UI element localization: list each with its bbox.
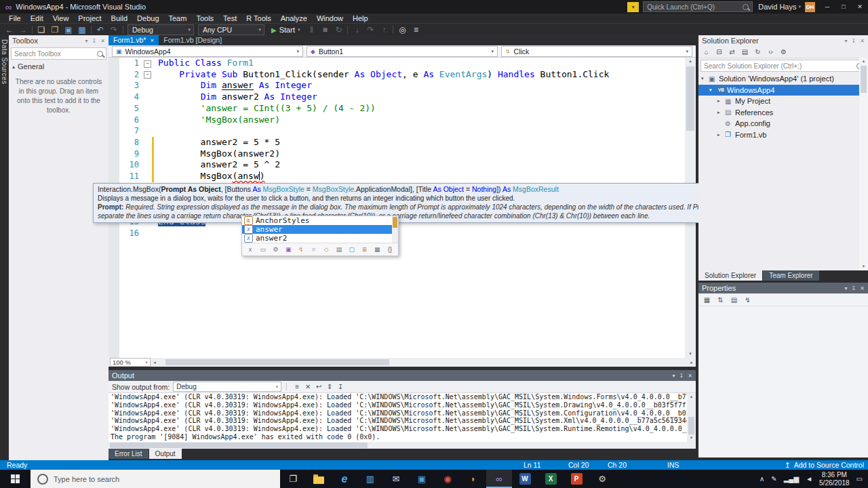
redo-icon[interactable]: ↷: [107, 24, 121, 36]
solution-explorer-scrollbar[interactable]: ▲ ▼: [859, 58, 868, 270]
menu-item-help[interactable]: Help: [348, 14, 373, 23]
close-icon[interactable]: ✕: [150, 35, 154, 45]
photos-icon[interactable]: ▣: [409, 470, 435, 488]
event-dropdown[interactable]: ↯ Click ▾: [501, 46, 692, 57]
tab-form1-vb[interactable]: Form1.vb* ✕: [108, 35, 159, 45]
code-line[interactable]: Public Class Form1: [158, 58, 254, 69]
menu-item-window[interactable]: Window: [312, 14, 348, 23]
tree-item-references[interactable]: ▸▤References: [698, 107, 868, 119]
close-icon[interactable]: ✕: [100, 38, 105, 44]
pin-icon[interactable]: ↧: [679, 373, 684, 379]
solution-platforms-dropdown[interactable]: Any CPU▾: [198, 24, 264, 35]
chrome-icon[interactable]: ◉: [435, 470, 460, 488]
action-center-icon[interactable]: ▭: [856, 475, 863, 483]
scrollbar-thumb[interactable]: [688, 417, 694, 434]
tree-item-project-windowsapp4[interactable]: ▾VBWindowsApp4: [698, 85, 868, 96]
expander-icon[interactable]: ▾: [709, 87, 717, 93]
network-icon[interactable]: ▂▄▆: [784, 475, 799, 483]
filter-classes-icon[interactable]: ◇: [321, 246, 331, 253]
tree-item-form1-vb[interactable]: ▸❐Form1.vb: [698, 129, 868, 141]
step-into-icon[interactable]: ↓: [350, 24, 363, 36]
collapse-all-icon[interactable]: ⊟: [713, 48, 725, 56]
mail-icon[interactable]: ✉: [383, 470, 409, 488]
visual-studio-icon[interactable]: ∞: [486, 470, 512, 488]
filter-constants-icon[interactable]: ▭: [258, 246, 268, 253]
close-icon[interactable]: ✕: [860, 285, 865, 291]
project-dropdown[interactable]: ▣ WindowsApp4 ▾: [112, 46, 303, 57]
menu-item-debug[interactable]: Debug: [132, 14, 163, 23]
filter-events-icon[interactable]: ↯: [296, 246, 306, 253]
menu-item-edit[interactable]: Edit: [26, 14, 48, 23]
step-over-icon[interactable]: ↷: [363, 24, 377, 36]
scrollbar-thumb[interactable]: [686, 66, 694, 131]
microsoft-edge-icon[interactable]: e: [332, 470, 357, 488]
file-explorer-icon[interactable]: [306, 470, 332, 488]
scroll-up-icon[interactable]: ▲: [685, 58, 696, 65]
messages-icon[interactable]: ≡: [292, 383, 302, 390]
completion-scrollbar[interactable]: [392, 216, 398, 243]
output-vertical-scrollbar[interactable]: ▲ ▼: [687, 393, 696, 442]
user-avatar[interactable]: DH: [805, 2, 815, 12]
tree-item-my-project[interactable]: ▸▦My Project: [698, 96, 868, 107]
start-debugging-button[interactable]: ▶Start▾: [267, 24, 304, 35]
open-file-icon[interactable]: ❐: [48, 24, 62, 36]
tab-form1-vb-design[interactable]: Form1.vb [Design]: [159, 35, 226, 45]
menu-item-test[interactable]: Test: [218, 14, 241, 23]
pin-icon[interactable]: ↧: [852, 38, 856, 44]
taskbar-search-input[interactable]: Type here to search: [31, 470, 280, 488]
code-line[interactable]: Dim answer2 As Integer: [158, 92, 317, 103]
scroll-left-icon[interactable]: ◂: [151, 360, 159, 365]
navigate-backward-icon[interactable]: ←: [3, 24, 16, 36]
alphabetical-icon[interactable]: ⇅: [715, 296, 726, 304]
break-all-icon[interactable]: ‖: [304, 24, 318, 36]
clear-all-icon[interactable]: ✕: [302, 383, 313, 390]
solution-explorer-header[interactable]: Solution Explorer ▾ ↧ ✕: [698, 35, 868, 46]
scroll-down-icon[interactable]: ▼: [685, 350, 696, 358]
window-position-icon[interactable]: ▾: [845, 285, 848, 291]
scrollbar-track[interactable]: [159, 358, 688, 367]
fold-collapse-icon[interactable]: −: [144, 71, 151, 79]
pin-messages-icon[interactable]: ↧: [335, 383, 346, 390]
expander-icon[interactable]: ▸: [717, 98, 725, 104]
fold-collapse-icon[interactable]: −: [144, 60, 151, 68]
code-line[interactable]: answer2 = 5 * 5: [158, 137, 280, 148]
output-horizontal-scrollbar[interactable]: [108, 442, 696, 449]
window-position-icon[interactable]: ▾: [845, 38, 848, 44]
expander-icon[interactable]: ▸: [717, 132, 725, 138]
filter-interfaces-icon[interactable]: ○: [309, 246, 319, 253]
settings-icon[interactable]: ⚙: [589, 470, 615, 488]
categorized-icon[interactable]: ▦: [701, 296, 713, 304]
close-icon[interactable]: ✕: [860, 38, 865, 44]
sync-active-document-icon[interactable]: ⇄: [726, 48, 738, 56]
save-all-icon[interactable]: ▦: [75, 24, 89, 36]
windows-ink-icon[interactable]: ✎: [771, 475, 776, 483]
filter-snippets-icon[interactable]: {}: [385, 246, 395, 253]
toolbox-search-input[interactable]: Search Toolbox: [11, 47, 106, 60]
scroll-right-icon[interactable]: ▸: [688, 360, 696, 365]
editor-horizontal-scrollbar[interactable]: 100 % ▾ ◂ ▸: [108, 358, 696, 367]
solution-configurations-dropdown[interactable]: Debug▾: [127, 24, 194, 35]
filter-enums-icon[interactable]: ≣: [359, 246, 369, 253]
hidden-icons-chevron[interactable]: ∧: [760, 475, 764, 483]
property-pages-icon[interactable]: ▤: [728, 296, 740, 304]
powerpoint-icon[interactable]: P: [564, 470, 589, 488]
scrollbar-thumb[interactable]: [861, 66, 867, 93]
home-icon[interactable]: ⌂: [701, 48, 712, 56]
zoom-dropdown[interactable]: 100 % ▾: [110, 358, 151, 367]
menu-item-file[interactable]: File: [4, 14, 26, 23]
filter-structures-icon[interactable]: ▢: [347, 246, 357, 253]
scrollbar-thumb[interactable]: [110, 443, 368, 448]
maximize-button[interactable]: □: [835, 0, 852, 14]
navigate-forward-icon[interactable]: →: [16, 24, 30, 36]
toolbox-group-general[interactable]: ▴ General: [9, 61, 108, 72]
tab-error-list[interactable]: Error List: [108, 449, 149, 459]
menu-item-view[interactable]: View: [48, 14, 74, 23]
tab-team-explorer[interactable]: Team Explorer: [763, 270, 818, 281]
pin-icon[interactable]: ↧: [852, 285, 856, 291]
restart-icon[interactable]: ↻: [332, 24, 345, 36]
completion-item-anchorstyles[interactable]: ≣AnchorStyles: [242, 216, 398, 225]
toolbox-header[interactable]: Toolbox ▾ ↧ ✕: [9, 35, 108, 46]
undo-icon[interactable]: ↶: [94, 24, 107, 36]
stop-debugging-icon[interactable]: ■: [318, 24, 332, 36]
tab-output[interactable]: Output: [149, 449, 182, 459]
